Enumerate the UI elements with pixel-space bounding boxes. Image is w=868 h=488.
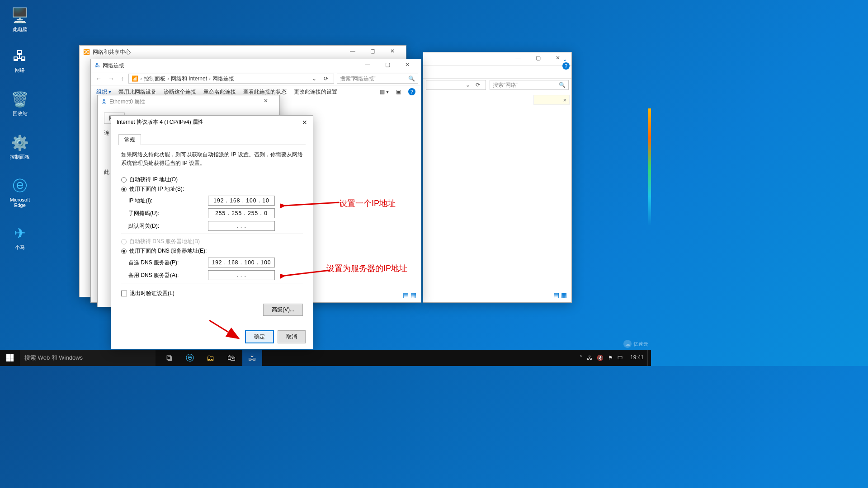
maximize-button[interactable]: ▢ xyxy=(363,46,382,58)
desktop-icon-edge[interactable]: ⓔ Microsoft Edge xyxy=(4,177,36,208)
close-button[interactable]: ✕ xyxy=(382,46,402,58)
start-button[interactable] xyxy=(0,350,20,366)
crumb-network-connections[interactable]: 网络连接 xyxy=(212,75,234,83)
radio-label: 自动获得 DNS 服务器地址(B) xyxy=(129,238,200,245)
crumb-network-internet[interactable]: 网络和 Internet xyxy=(171,75,207,83)
titlebar[interactable]: — ▢ ✕ xyxy=(423,52,571,65)
app-icon: 🔀 xyxy=(83,49,90,55)
taskbar-app-running[interactable]: 🖧 xyxy=(242,350,262,366)
maximize-button[interactable]: ▢ xyxy=(377,59,397,72)
titlebar[interactable]: 🖧 Ethernet0 属性 ✕ xyxy=(98,95,279,108)
close-button[interactable]: ✕ xyxy=(302,119,307,126)
organize-menu[interactable]: 组织 ▾ xyxy=(96,88,111,96)
view-icons[interactable]: ▤ ▦ xyxy=(403,291,416,299)
window-shell-network: — ▢ ✕ ⌄ ? ⌄ ⟳ 搜索"网络" 🔍 × ▤ ▦ xyxy=(423,52,572,303)
task-view-button[interactable]: ⧉ xyxy=(159,350,179,366)
help-button[interactable]: ? xyxy=(408,88,415,95)
radio-icon xyxy=(121,177,127,183)
desktop-icon-label: 小马 xyxy=(4,244,36,251)
checkbox-validate-exit[interactable] xyxy=(121,291,127,296)
windows-logo-icon xyxy=(6,354,14,361)
cmd-change[interactable]: 更改此连接的设置 xyxy=(294,88,337,96)
breadcrumb[interactable]: 📶 › 控制面板 › 网络和 Internet › 网络连接 ⌄ ⟳ xyxy=(128,74,334,84)
dialog-ipv4-properties: Internet 协议版本 4 (TCP/IPv4) 属性 ✕ 常规 如果网络支… xyxy=(111,115,313,349)
show-desktop-button[interactable] xyxy=(647,350,651,366)
folder-icon: 📶 xyxy=(132,75,138,82)
dialog-titlebar[interactable]: Internet 协议版本 4 (TCP/IPv4) 属性 ✕ xyxy=(111,116,313,129)
tray-flag-icon[interactable]: ⚑ xyxy=(608,355,613,361)
label-alternate-dns: 备用 DNS 服务器(A): xyxy=(128,272,208,279)
up-button[interactable]: ↑ xyxy=(119,75,126,82)
taskbar-clock[interactable]: 19:41 xyxy=(627,355,647,361)
tab-general[interactable]: 常规 xyxy=(118,134,141,145)
input-subnet-mask[interactable]: 255 . 255 . 255 . 0 xyxy=(208,208,275,218)
cmd-diagnose[interactable]: 诊断这个连接 xyxy=(164,88,196,96)
cmd-rename[interactable]: 重命名此连接 xyxy=(203,88,236,96)
search-input[interactable]: 搜索"网络" 🔍 xyxy=(490,80,569,90)
desktop-icon-label: Microsoft Edge xyxy=(4,197,36,208)
advanced-button[interactable]: 高级(V)... xyxy=(263,304,303,316)
tray-overflow-icon[interactable]: ˄ xyxy=(580,355,582,361)
refresh-button[interactable]: ⟳ xyxy=(321,75,331,82)
tray-volume-icon[interactable]: 🔇 xyxy=(597,355,604,361)
radio-label: 使用下面的 DNS 服务器地址(E): xyxy=(129,247,207,255)
taskbar-search-input[interactable]: 搜索 Web 和 Windows xyxy=(20,350,156,366)
view-menu[interactable]: ▥ ▾ xyxy=(380,89,389,95)
crumb-control-panel[interactable]: 控制面板 xyxy=(144,75,165,83)
radio-auto-ip[interactable]: 自动获得 IP 地址(O) xyxy=(121,176,303,183)
app-icon: ✈ xyxy=(11,224,29,242)
desktop-icon-label: 网络 xyxy=(4,67,36,74)
dialog-title-text: Internet 协议版本 4 (TCP/IPv4) 属性 xyxy=(117,118,203,126)
titlebar[interactable]: 🖧 网络连接 — ▢ ✕ xyxy=(91,59,421,72)
window-title: 网络连接 xyxy=(103,62,124,70)
input-alternate-dns[interactable]: . . . xyxy=(208,270,275,280)
dropdown-icon[interactable]: ⌄ xyxy=(309,75,319,82)
close-button[interactable]: ✕ xyxy=(397,59,417,72)
forward-button[interactable]: → xyxy=(106,75,116,82)
desktop-icon-xiaoma[interactable]: ✈ 小马 xyxy=(4,224,36,251)
titlebar[interactable]: 🔀 网络和共享中心 — ▢ ✕ xyxy=(80,46,406,58)
radio-manual-dns[interactable]: 使用下面的 DNS 服务器地址(E): xyxy=(121,247,303,255)
back-button[interactable]: ← xyxy=(94,75,104,82)
taskbar-app-edge[interactable]: ⓔ xyxy=(180,350,200,366)
dropdown-icon[interactable]: ⌄ xyxy=(463,82,473,88)
annotation-dns: 设置为服务器的IP地址 xyxy=(326,263,407,274)
input-ip-address[interactable]: 192 . 168 . 100 . 10 xyxy=(208,196,275,206)
taskbar-app-explorer[interactable]: 🗂 xyxy=(201,350,221,366)
minimize-button[interactable]: — xyxy=(358,59,377,72)
window-title: 网络和共享中心 xyxy=(93,48,131,56)
taskbar-app-store[interactable]: 🛍 xyxy=(222,350,241,366)
radio-manual-ip[interactable]: 使用下面的 IP 地址(S): xyxy=(121,185,303,193)
radio-icon xyxy=(121,187,127,192)
ok-button[interactable]: 确定 xyxy=(245,330,274,343)
radio-auto-dns: 自动获得 DNS 服务器地址(B) xyxy=(121,238,303,245)
search-icon: 🔍 xyxy=(408,75,415,82)
preview-pane-button[interactable]: ▣ xyxy=(396,89,401,95)
minimize-button[interactable]: — xyxy=(343,46,363,58)
refresh-button[interactable]: ⟳ xyxy=(473,82,483,88)
cmd-disable[interactable]: 禁用此网络设备 xyxy=(118,88,156,96)
system-tray[interactable]: ˄ 🖧 🔇 ⚑ 中 xyxy=(576,354,627,362)
edge-accent-strip xyxy=(648,108,651,226)
help-icon[interactable]: ? xyxy=(562,62,570,70)
recycle-icon: 🗑️ xyxy=(11,90,29,108)
tray-network-icon[interactable]: 🖧 xyxy=(587,355,592,361)
cmd-status[interactable]: 查看此连接的状态 xyxy=(243,88,287,96)
info-bar[interactable]: × xyxy=(533,95,570,105)
desktop-icon-this-pc[interactable]: 🖥️ 此电脑 xyxy=(4,6,36,33)
desktop-icon-network[interactable]: 🖧 网络 xyxy=(4,47,36,74)
desktop-icon-recycle-bin[interactable]: 🗑️ 回收站 xyxy=(4,90,36,117)
maximize-button[interactable]: ▢ xyxy=(528,52,548,65)
search-input[interactable]: 搜索"网络连接" 🔍 xyxy=(337,74,418,84)
close-button[interactable]: ✕ xyxy=(256,95,276,108)
view-icons[interactable]: ▤ ▦ xyxy=(553,291,567,299)
minimize-button[interactable]: — xyxy=(508,52,528,65)
label-preferred-dns: 首选 DNS 服务器(P): xyxy=(128,259,208,267)
desktop-icon-control-panel[interactable]: ⚙️ 控制面板 xyxy=(4,134,36,160)
close-icon[interactable]: × xyxy=(563,97,566,103)
input-default-gateway[interactable]: . . . xyxy=(208,221,275,231)
tray-ime-icon[interactable]: 中 xyxy=(618,354,623,362)
search-placeholder: 搜索 Web 和 Windows xyxy=(24,354,83,362)
input-preferred-dns[interactable]: 192 . 168 . 100 . 100 xyxy=(208,258,275,267)
cancel-button[interactable]: 取消 xyxy=(278,330,306,343)
